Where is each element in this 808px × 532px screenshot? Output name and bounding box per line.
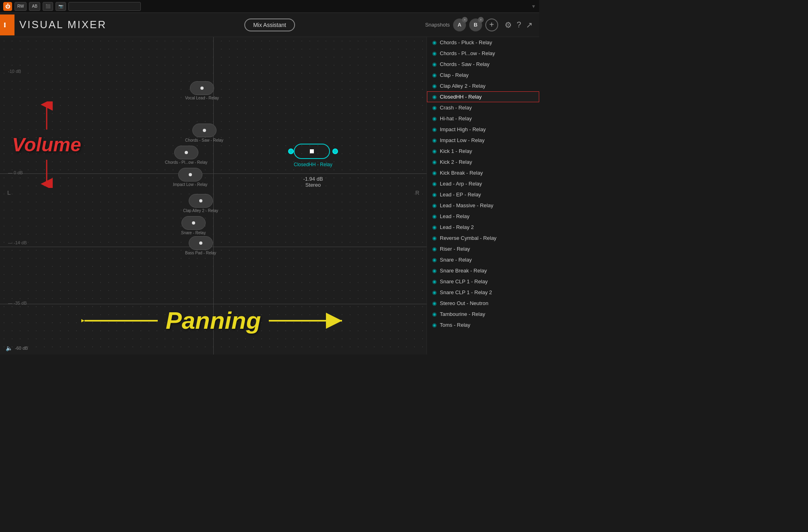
sidebar-item-19[interactable]: ◉Riser - Relay — [427, 243, 539, 254]
volume-label: Volume — [12, 134, 81, 156]
eye-icon-8: ◉ — [432, 126, 437, 132]
right-sidebar: ◉Chords - Pluck - Relay◉Chords - Pl...ow… — [427, 37, 539, 355]
volume-up-arrow — [41, 101, 53, 134]
sidebar-item-12[interactable]: ◉Kick Break - Relay — [427, 167, 539, 178]
sidebar-item-3[interactable]: ◉Clap - Relay — [427, 70, 539, 80]
active-channel-puck[interactable] — [294, 144, 330, 159]
eye-icon-24: ◉ — [432, 300, 437, 306]
sidebar-item-11[interactable]: ◉Kick 2 - Relay — [427, 157, 539, 167]
power-icon[interactable]: ⏻ — [3, 2, 12, 11]
sidebar-item-0[interactable]: ◉Chords - Pluck - Relay — [427, 37, 539, 48]
sidebar-item-15[interactable]: ◉Lead - Massive - Relay — [427, 200, 539, 211]
db-label-minus10: -10 dB — [8, 69, 418, 74]
channel-puck-bass-pad[interactable] — [189, 236, 213, 250]
arrow-button[interactable]: ↗ — [526, 20, 533, 30]
channel-node-chords-saw[interactable]: Chords - Saw - Relay — [185, 124, 223, 142]
channel-node-bass-pad[interactable]: Bass Pad - Relay — [185, 236, 216, 255]
channel-puck-vocal-lead[interactable] — [190, 81, 214, 95]
snapshots-label: Snapshots — [425, 22, 449, 28]
block-button[interactable]: ⬛ — [43, 2, 53, 11]
header-right-icons: ⚙ ? ↗ — [505, 20, 533, 30]
channel-label-impact-low: Impact Low - Relay — [173, 182, 208, 187]
sidebar-item-21[interactable]: ◉Snare Break - Relay — [427, 265, 539, 276]
camera-button[interactable]: 📷 — [56, 2, 66, 11]
channel-label-chords-saw: Chords - Saw - Relay — [185, 138, 223, 142]
eye-icon-5: ◉ — [432, 94, 437, 100]
sidebar-item-9[interactable]: ◉Impact Low - Relay — [427, 135, 539, 146]
volume-down-arrow — [41, 156, 53, 188]
eye-icon-0: ◉ — [432, 39, 437, 45]
sidebar-item-7[interactable]: ◉Hi-hat - Relay — [427, 113, 539, 124]
db-label-minus35: — -35 dB — [8, 301, 418, 305]
add-snapshot-button[interactable]: + — [485, 19, 498, 31]
sidebar-item-18[interactable]: ◉Reverse Cymbal - Relay — [427, 233, 539, 243]
sidebar-item-25[interactable]: ◉Tambourine - Relay — [427, 309, 539, 320]
settings-button[interactable]: ⚙ — [505, 20, 512, 30]
channel-puck-impact-low[interactable] — [178, 168, 202, 181]
sidebar-item-2[interactable]: ◉Chords - Saw - Relay — [427, 59, 539, 70]
channel-puck-clap-alley[interactable] — [189, 194, 213, 208]
help-button[interactable]: ? — [517, 20, 521, 29]
active-channel-handle-right[interactable] — [332, 148, 338, 154]
channel-node-chords-plow[interactable]: Chords - Pl...ow - Relay — [165, 146, 208, 165]
sidebar-item-22[interactable]: ◉Snare CLP 1 - Relay — [427, 276, 539, 287]
eye-icon-23: ◉ — [432, 289, 437, 295]
eye-icon-22: ◉ — [432, 278, 437, 285]
sidebar-item-20[interactable]: ◉Snare - Relay — [427, 254, 539, 265]
sidebar-item-26[interactable]: ◉Toms - Relay — [427, 320, 539, 330]
sidebar-item-24[interactable]: ◉Stereo Out - Neutron — [427, 298, 539, 309]
panning-label: Panning — [166, 307, 261, 334]
canvas-area[interactable]: -10 dB — 0 dB — -14 dB — -35 dB L R Volu… — [0, 37, 427, 355]
channel-label-clap-alley: Clap Alley 2 - Relay — [183, 208, 218, 213]
sidebar-item-label-4: Clap Alley 2 - Relay — [440, 83, 485, 89]
sidebar-item-14[interactable]: ◉Lead - EP - Relay — [427, 189, 539, 200]
speaker-icon: 🔈 — [6, 345, 12, 351]
sidebar-item-4[interactable]: ◉Clap Alley 2 - Relay — [427, 80, 539, 91]
sidebar-item-label-12: Kick Break - Relay — [440, 170, 483, 176]
sidebar-item-label-11: Kick 2 - Relay — [440, 159, 472, 165]
sidebar-item-label-8: Impact High - Relay — [440, 126, 486, 132]
sidebar-item-16[interactable]: ◉Lead - Relay — [427, 211, 539, 222]
channel-puck-chords-saw[interactable] — [192, 124, 216, 137]
sidebar-item-label-5: ClosedHH - Relay — [440, 94, 482, 100]
sidebar-item-6[interactable]: ◉Crash - Relay — [427, 102, 539, 113]
active-channel-handle-left[interactable] — [288, 148, 294, 154]
channel-node-impact-low[interactable]: Impact Low - Relay — [173, 168, 208, 187]
r-label: R — [415, 190, 419, 196]
eye-icon-11: ◉ — [432, 159, 437, 165]
sidebar-item-label-2: Chords - Saw - Relay — [440, 61, 490, 67]
sidebar-item-label-15: Lead - Massive - Relay — [440, 202, 493, 208]
top-bar: ⏻ RW AB ⬛ 📷 ▼ — [0, 0, 539, 13]
eye-icon-15: ◉ — [432, 202, 437, 208]
sidebar-item-1[interactable]: ◉Chords - Pl...ow - Relay — [427, 48, 539, 59]
active-channel-node[interactable]: ClosedHH - Relay -1.94 dB Stereo — [294, 144, 332, 188]
sidebar-item-23[interactable]: ◉Snare CLP 1 - Relay 2 — [427, 287, 539, 298]
app-title: VISUAL MIXER — [19, 19, 425, 31]
svg-point-2 — [4, 26, 6, 27]
eye-icon-1: ◉ — [432, 50, 437, 56]
top-bar-input[interactable] — [68, 2, 141, 11]
panning-left-arrow — [81, 313, 162, 329]
bottom-db-value: -60 dB — [15, 346, 28, 351]
sidebar-item-label-1: Chords - Pl...ow - Relay — [440, 50, 495, 56]
snapshot-a-close[interactable]: × — [462, 17, 468, 23]
ab-button[interactable]: AB — [29, 2, 40, 11]
channel-puck-snare[interactable] — [181, 216, 206, 230]
eye-icon-21: ◉ — [432, 268, 437, 274]
channel-node-snare[interactable]: Snare - Relay — [181, 216, 206, 235]
sidebar-item-5[interactable]: ◉ClosedHH - Relay — [427, 91, 539, 102]
eye-icon-2: ◉ — [432, 61, 437, 67]
eye-icon-7: ◉ — [432, 115, 437, 122]
sidebar-item-13[interactable]: ◉Lead - Arp - Relay — [427, 178, 539, 189]
channel-puck-chords-plow[interactable] — [174, 146, 198, 159]
channel-node-clap-alley[interactable]: Clap Alley 2 - Relay — [183, 194, 218, 213]
menu-icon[interactable] — [0, 14, 14, 35]
sidebar-item-8[interactable]: ◉Impact High - Relay — [427, 124, 539, 135]
mix-assistant-button[interactable]: Mix Assistant — [244, 19, 295, 31]
snapshot-b-close[interactable]: × — [478, 17, 484, 23]
sidebar-item-10[interactable]: ◉Kick 1 - Relay — [427, 146, 539, 157]
channel-node-vocal-lead[interactable]: Vocal Lead - Relay — [185, 81, 219, 100]
rw-button[interactable]: RW — [14, 2, 27, 11]
sidebar-item-label-3: Clap - Relay — [440, 72, 469, 78]
sidebar-item-17[interactable]: ◉Lead - Relay 2 — [427, 222, 539, 233]
